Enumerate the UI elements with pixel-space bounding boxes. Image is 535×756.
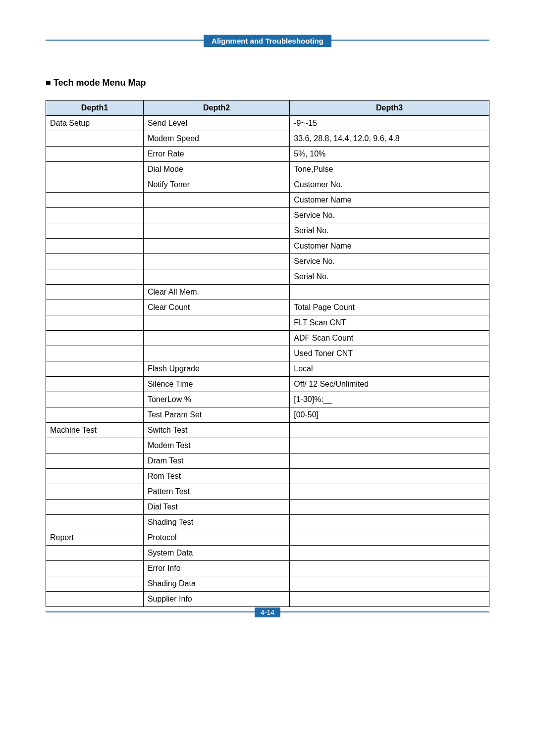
cell-depth3: Service No. [290, 208, 489, 223]
cell-depth3: -9~-15 [290, 116, 489, 131]
cell-depth1 [46, 193, 144, 208]
cell-depth1: Data Setup [46, 116, 144, 131]
table-row: Modem Test [46, 438, 489, 454]
cell-depth3: Used Toner CNT [290, 346, 489, 361]
cell-depth1 [46, 331, 144, 346]
table-row: ADF Scan Count [46, 331, 489, 346]
cell-depth1 [46, 300, 144, 315]
table-row: Test Param Set[00-50] [46, 407, 489, 423]
cell-depth3: Serial No. [290, 223, 489, 239]
cell-depth3 [290, 561, 489, 576]
cell-depth2 [143, 315, 289, 331]
table-row: Silence TimeOff/ 12 Sec/Unlimited [46, 377, 489, 392]
cell-depth3 [290, 592, 489, 607]
cell-depth3: [1-30]%:__ [290, 392, 489, 407]
cell-depth2: Test Param Set [143, 407, 289, 423]
cell-depth1 [46, 576, 144, 592]
cell-depth3 [290, 515, 489, 530]
cell-depth1 [46, 208, 144, 223]
cell-depth3 [290, 546, 489, 561]
cell-depth1 [46, 546, 144, 561]
cell-depth2: Notify Toner [143, 177, 289, 193]
table-row: Error Rate5%, 10% [46, 147, 489, 162]
cell-depth3 [290, 530, 489, 546]
cell-depth1 [46, 254, 144, 269]
cell-depth3 [290, 423, 489, 438]
cell-depth3: Serial No. [290, 269, 489, 285]
cell-depth2 [143, 254, 289, 269]
col-depth1: Depth1 [46, 101, 144, 116]
col-depth2: Depth2 [143, 101, 289, 116]
cell-depth2 [143, 193, 289, 208]
cell-depth1 [46, 239, 144, 254]
cell-depth1 [46, 407, 144, 423]
cell-depth3: FLT Scan CNT [290, 315, 489, 331]
cell-depth1 [46, 561, 144, 576]
cell-depth1 [46, 484, 144, 500]
cell-depth1 [46, 515, 144, 530]
cell-depth2: Dial Test [143, 500, 289, 515]
cell-depth2: System Data [143, 546, 289, 561]
cell-depth1 [46, 438, 144, 454]
section-title: ■ Tech mode Menu Map [46, 78, 489, 88]
cell-depth2 [143, 208, 289, 223]
cell-depth1 [46, 469, 144, 484]
cell-depth2: Protocol [143, 530, 289, 546]
cell-depth2 [143, 223, 289, 239]
table-row: Customer Name [46, 239, 489, 254]
cell-depth1 [46, 223, 144, 239]
cell-depth2 [143, 239, 289, 254]
cell-depth3: 33.6, 28.8, 14.4, 12.0, 9.6, 4.8 [290, 131, 489, 147]
table-row: Flash UpgradeLocal [46, 361, 489, 377]
cell-depth1 [46, 454, 144, 469]
cell-depth2: Switch Test [143, 423, 289, 438]
table-row: Clear All Mem. [46, 285, 489, 300]
table-row: Shading Data [46, 576, 489, 592]
cell-depth3: 5%, 10% [290, 147, 489, 162]
table-header-row: Depth1 Depth2 Depth3 [46, 101, 489, 116]
cell-depth1 [46, 162, 144, 177]
page-number: 4-14 [255, 607, 280, 617]
cell-depth1 [46, 346, 144, 361]
menu-map-table: Depth1 Depth2 Depth3 Data SetupSend Leve… [46, 100, 489, 607]
page: Alignment and Troubleshooting ■ Tech mod… [0, 0, 535, 756]
table-row: Rom Test [46, 469, 489, 484]
cell-depth3: Total Page Count [290, 300, 489, 315]
table-row: Machine TestSwitch Test [46, 423, 489, 438]
cell-depth1 [46, 377, 144, 392]
cell-depth2: Dram Test [143, 454, 289, 469]
cell-depth3 [290, 438, 489, 454]
cell-depth2: TonerLow % [143, 392, 289, 407]
cell-depth2: Supplier Info [143, 592, 289, 607]
table-row: Used Toner CNT [46, 346, 489, 361]
table-row: Serial No. [46, 269, 489, 285]
table-row: Pattern Test [46, 484, 489, 500]
cell-depth3 [290, 469, 489, 484]
cell-depth2: Rom Test [143, 469, 289, 484]
cell-depth1 [46, 269, 144, 285]
table-row: Shading Test [46, 515, 489, 530]
cell-depth2: Dial Mode [143, 162, 289, 177]
cell-depth3 [290, 285, 489, 300]
table-row: Supplier Info [46, 592, 489, 607]
cell-depth3: Service No. [290, 254, 489, 269]
table-row: Error Info [46, 561, 489, 576]
cell-depth3: Customer Name [290, 193, 489, 208]
col-depth3: Depth3 [290, 101, 489, 116]
cell-depth1 [46, 285, 144, 300]
cell-depth2: Shading Test [143, 515, 289, 530]
cell-depth3 [290, 576, 489, 592]
cell-depth1 [46, 177, 144, 193]
table-row: Service No. [46, 254, 489, 269]
cell-depth1 [46, 131, 144, 147]
cell-depth2 [143, 346, 289, 361]
cell-depth3: Local [290, 361, 489, 377]
cell-depth3: Customer Name [290, 239, 489, 254]
table-row: Clear CountTotal Page Count [46, 300, 489, 315]
table-row: Dial ModeTone,Pulse [46, 162, 489, 177]
table-row: Service No. [46, 208, 489, 223]
bullet-icon: ■ [46, 78, 51, 88]
table-row: Dial Test [46, 500, 489, 515]
cell-depth2: Silence Time [143, 377, 289, 392]
cell-depth1 [46, 392, 144, 407]
